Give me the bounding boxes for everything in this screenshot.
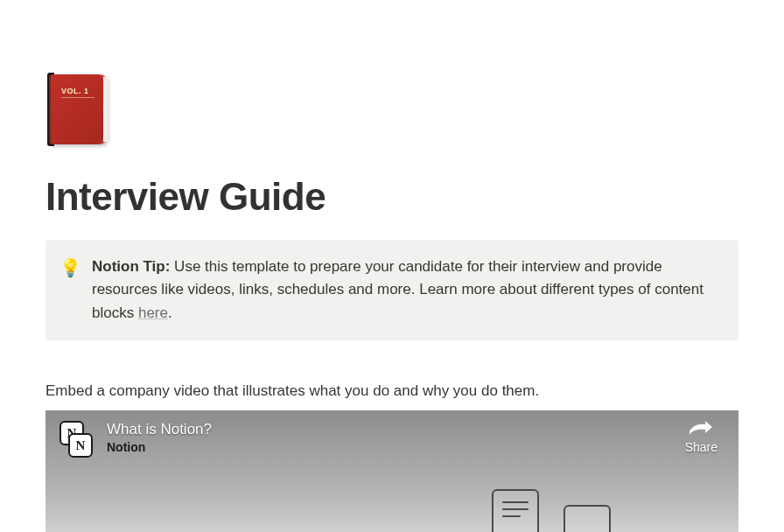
callout-content: Notion Tip: Use this template to prepare… — [92, 256, 721, 325]
video-header: N N What is Notion? Notion — [60, 421, 212, 459]
callout-body-before: Use this template to prepare your candid… — [92, 258, 704, 321]
video-channel-name[interactable]: Notion — [107, 440, 212, 454]
page-icon-book[interactable]: VOL. 1 — [46, 70, 114, 149]
notion-tip-callout[interactable]: 💡 Notion Tip: Use this template to prepa… — [46, 240, 738, 340]
video-illustration-card — [564, 505, 611, 532]
share-label: Share — [685, 440, 718, 454]
book-decorative-line — [61, 97, 94, 98]
callout-body-after: . — [168, 304, 172, 321]
video-title-block: What is Notion? Notion — [107, 421, 212, 454]
video-title[interactable]: What is Notion? — [107, 421, 212, 438]
page-container: VOL. 1 Interview Guide 💡 Notion Tip: Use… — [0, 0, 784, 532]
notion-logo-icon: N — [68, 433, 93, 458]
book-volume-label: VOL. 1 — [61, 87, 89, 95]
share-icon — [688, 419, 714, 437]
video-illustration-card — [492, 489, 539, 532]
video-embed[interactable]: N N What is Notion? Notion Share — [46, 410, 738, 532]
video-channel-avatar[interactable]: N N — [60, 421, 98, 459]
page-title[interactable]: Interview Guide — [46, 175, 738, 219]
callout-label: Notion Tip: — [92, 258, 170, 275]
section-intro-text[interactable]: Embed a company video that illustrates w… — [46, 382, 738, 400]
video-share-button[interactable]: Share — [685, 419, 718, 454]
lightbulb-icon: 💡 — [60, 256, 81, 280]
book-cover: VOL. 1 — [49, 74, 107, 144]
callout-link-here[interactable]: here — [138, 304, 168, 321]
book-pages — [103, 77, 108, 142]
